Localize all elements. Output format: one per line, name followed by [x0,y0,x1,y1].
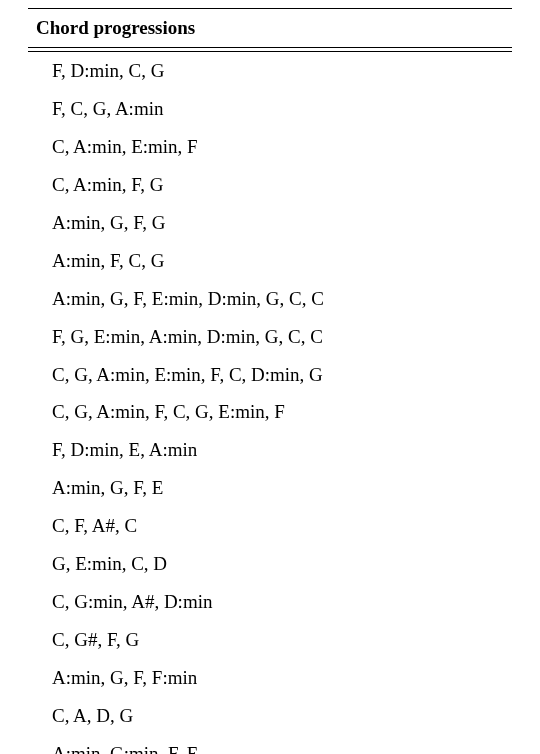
chord-cell: C, A, D, G [28,697,512,735]
table-row: F, D:min, C, G [28,52,512,90]
table-row: A:min, G, F, G [28,204,512,242]
chord-cell: F, G, E:min, A:min, D:min, G, C, C [28,317,512,355]
table-header-cell: Chord progressions [28,9,512,48]
chord-cell: C, G#, F, G [28,621,512,659]
table-header-row: Chord progressions [28,9,512,48]
table-row: A:min, G, F, E [28,469,512,507]
chord-cell: F, C, G, A:min [28,90,512,128]
table-row: A:min, F, C, G [28,242,512,280]
chord-cell: F, D:min, C, G [28,52,512,90]
table-row: C, G, A:min, E:min, F, C, D:min, G [28,355,512,393]
table-row: F, D:min, E, A:min [28,431,512,469]
table-row: A:min, G, F, E:min, D:min, G, C, C [28,280,512,318]
table: Chord progressions F, D:min, C, G F, C, … [28,8,512,754]
chord-cell: F, D:min, E, A:min [28,431,512,469]
chord-cell: C, A:min, F, G [28,166,512,204]
chord-cell: A:min, G, F, E:min, D:min, G, C, C [28,280,512,318]
chord-cell: C, F, A#, C [28,507,512,545]
table-row: C, G#, F, G [28,621,512,659]
table-row: C, A, D, G [28,697,512,735]
chord-cell: A:min, G:min, F, E [28,735,512,754]
chord-cell: A:min, G, F, G [28,204,512,242]
chord-cell: A:min, G, F, E [28,469,512,507]
table-row: G, E:min, C, D [28,545,512,583]
table-row: C, A:min, F, G [28,166,512,204]
chord-cell: A:min, F, C, G [28,242,512,280]
chord-cell: C, G:min, A#, D:min [28,583,512,621]
chord-cell: C, A:min, E:min, F [28,128,512,166]
chord-cell: G, E:min, C, D [28,545,512,583]
chord-cell: C, G, A:min, F, C, G, E:min, F [28,393,512,431]
table-row: F, C, G, A:min [28,90,512,128]
table-row: C, F, A#, C [28,507,512,545]
table-body: F, D:min, C, G F, C, G, A:min C, A:min, … [28,52,512,755]
table-row: C, G:min, A#, D:min [28,583,512,621]
chord-cell: A:min, G, F, F:min [28,659,512,697]
table-row: A:min, G, F, F:min [28,659,512,697]
table-row: C, G, A:min, F, C, G, E:min, F [28,393,512,431]
chord-progressions-table: Chord progressions F, D:min, C, G F, C, … [0,8,540,754]
table-row: F, G, E:min, A:min, D:min, G, C, C [28,317,512,355]
table-row: A:min, G:min, F, E [28,735,512,754]
table-row: C, A:min, E:min, F [28,128,512,166]
chord-cell: C, G, A:min, E:min, F, C, D:min, G [28,355,512,393]
